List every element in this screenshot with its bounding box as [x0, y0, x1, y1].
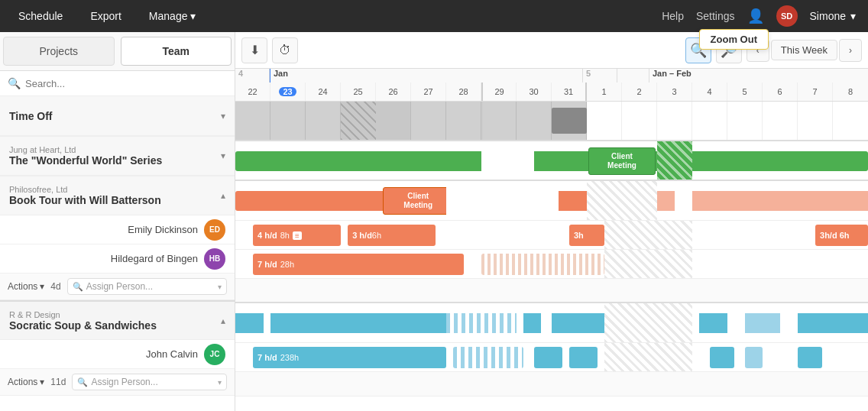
section-jung-title: The "Wonderful World" Series	[9, 154, 162, 167]
avatar-emily: ED	[204, 219, 225, 241]
emily-bar-4: 3h/d 6h	[815, 225, 868, 246]
john-bar-6	[798, 347, 822, 368]
actions-label-philo: Actions	[8, 281, 37, 292]
month-jan-feb: Jan – Feb	[649, 69, 868, 83]
section-time-off-title: Time Off	[9, 110, 53, 122]
rnr-blue-main	[270, 313, 446, 333]
jung-break	[481, 141, 534, 180]
to-cell-30	[517, 102, 552, 140]
to-cell-8	[833, 102, 868, 140]
actions-button-philo[interactable]: Actions ▾	[8, 281, 44, 292]
section-philo-title: Book Tour with Will Batterson	[9, 194, 161, 206]
search-input[interactable]	[25, 78, 227, 89]
tab-projects[interactable]: Projects	[3, 37, 115, 66]
rnr-blue-r4	[745, 313, 780, 333]
emily-bar-2: 3 h/d 6h	[348, 225, 436, 246]
search-icon: 🔍	[8, 77, 21, 89]
nav-export[interactable]: Export	[84, 7, 127, 25]
to-cell-2	[622, 102, 657, 140]
row-jung: ClientMeeting	[235, 141, 868, 181]
avatar: SD	[776, 5, 798, 27]
tab-bar: Projects Team	[0, 32, 235, 71]
to-cell-22	[235, 102, 270, 140]
jung-striped	[657, 141, 692, 180]
assign-select-rnr[interactable]: 🔍 Assign Person... ▾	[72, 374, 227, 390]
to-cell-7	[798, 102, 833, 140]
clock-icon: ⏱	[279, 44, 291, 57]
day-7: 7	[798, 83, 833, 101]
day-29: 29	[481, 83, 517, 101]
chevron-down-icon: ▾	[221, 111, 225, 121]
assign-search-icon: 🔍	[73, 282, 83, 292]
day-22: 22	[235, 83, 270, 101]
john-bar-4	[710, 347, 734, 368]
nav-help[interactable]: Help	[662, 10, 684, 22]
section-jung[interactable]: Jung at Heart, Ltd The "Wonderful World"…	[0, 136, 235, 176]
day-30: 30	[517, 83, 552, 101]
actions-row-rnr: Actions ▾ 11d 🔍 Assign Person... ▾	[0, 369, 235, 396]
actions-chevron-icon: ▾	[40, 281, 44, 292]
manage-chevron-icon: ▾	[190, 10, 196, 22]
col-num-5: 5	[583, 69, 617, 83]
tab-team[interactable]: Team	[121, 37, 232, 66]
chevron-up-icon: ▴	[221, 190, 225, 201]
chevron-down-icon: ▾	[221, 150, 225, 161]
row-philo: ClientMeeting	[235, 181, 868, 221]
rnr-blue-left	[235, 313, 264, 333]
day-27: 27	[411, 83, 446, 101]
section-rnr-header[interactable]: R & R Design Socratic Soup & Sandwiches …	[0, 300, 235, 340]
filter-button[interactable]: ⬇	[241, 37, 267, 63]
col-num-4: 4	[235, 69, 270, 83]
actions-button-rnr[interactable]: Actions ▾	[8, 377, 44, 387]
philo-light-2	[692, 191, 868, 211]
actions-chevron-icon: ▾	[40, 377, 44, 387]
rnr-blue-r3	[699, 313, 727, 333]
section-philo-header[interactable]: Philosofree, Ltd Book Tour with Will Bat…	[0, 176, 235, 215]
nav-settings[interactable]: Settings	[696, 10, 735, 22]
calendar-grid-container: 4 Jan 5 Jan – Feb 22 23 24 25 26 27 28	[235, 69, 868, 411]
nav-person-icon: 👤	[747, 8, 764, 24]
rnr-striped	[604, 303, 692, 342]
person-row-john: John Calvin JC	[0, 340, 235, 369]
day-28: 28	[446, 83, 481, 101]
emily-bar-1: 4 h/d 8h ≡	[253, 225, 341, 246]
user-chevron-icon: ▾	[850, 10, 856, 22]
day-26: 26	[376, 83, 411, 101]
philo-light-1	[657, 191, 675, 211]
section-rnr-subtitle: R & R Design	[9, 310, 157, 319]
rnr-blue-dashed	[446, 313, 517, 333]
assign-arrow-icon: ▾	[218, 378, 222, 387]
to-cell-28	[446, 102, 481, 140]
cal-toolbar: ⬇ ⏱ 🔍 🔎 Zoom Out ‹ This Week ›	[235, 32, 868, 69]
assign-select-philo[interactable]: 🔍 Assign Person... ▾	[67, 278, 227, 295]
sidebar: Projects Team 🔍 Time Off ▾ Jung at Hea	[0, 32, 235, 411]
nav-right: Help Settings 👤 SD Simone ▾	[662, 5, 856, 27]
day-31: 31	[552, 83, 587, 101]
to-cell-27	[411, 102, 446, 140]
top-nav: Schedule Export Manage ▾ Help Settings 👤…	[0, 0, 868, 32]
assign-placeholder-rnr: Assign Person...	[91, 377, 215, 387]
john-bar-3	[569, 347, 598, 368]
section-philo: Philosofree, Ltd Book Tour with Will Bat…	[0, 176, 235, 300]
nav-schedule[interactable]: Schedule	[12, 7, 69, 25]
to-striped	[341, 102, 376, 140]
day-25: 25	[341, 83, 376, 101]
calendar-area: ⬇ ⏱ 🔍 🔎 Zoom Out ‹ This Week ›	[235, 32, 868, 411]
nav-user[interactable]: Simone ▾	[810, 10, 856, 22]
nav-manage[interactable]: Manage ▾	[143, 7, 202, 25]
jung-client-meeting: ClientMeeting	[588, 147, 656, 175]
cal-rows: ClientMeeting ClientMeeting	[235, 102, 868, 411]
to-cell-29	[481, 102, 517, 140]
this-week-button[interactable]: This Week	[771, 40, 837, 60]
next-icon: ›	[849, 45, 852, 56]
clock-button[interactable]: ⏱	[272, 37, 298, 63]
to-cell-23	[270, 102, 306, 140]
section-philo-subtitle: Philosofree, Ltd	[9, 185, 161, 194]
avatar-john: JC	[204, 344, 225, 365]
day-4: 4	[692, 83, 727, 101]
philo-orange-2	[559, 191, 587, 211]
john-bar-5	[745, 347, 763, 368]
section-time-off[interactable]: Time Off ▾	[0, 96, 235, 136]
days-badge-rnr: 11d	[50, 377, 66, 387]
cal-next-button[interactable]: ›	[839, 39, 862, 62]
